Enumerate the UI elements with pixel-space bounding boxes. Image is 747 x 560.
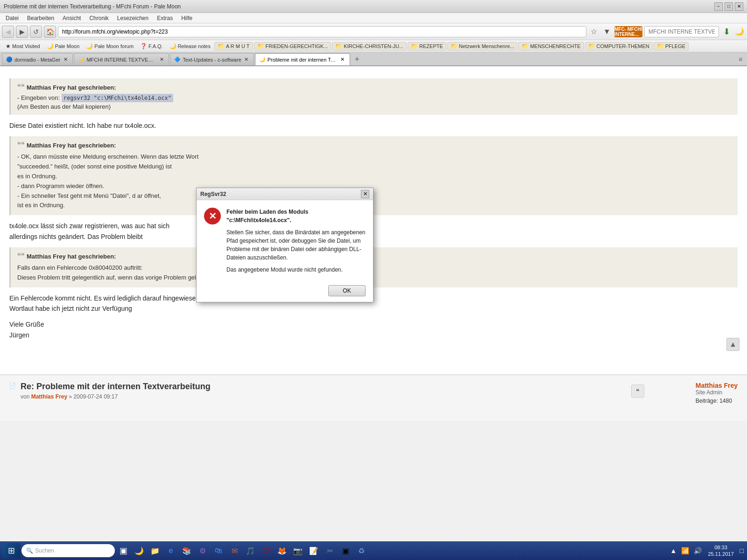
reload-button[interactable]: ↺ [30, 26, 42, 38]
taskbar-media-icon[interactable]: 🎵 [243, 543, 258, 558]
tab-probleme[interactable]: 🌙 Probleme mit der internen Textverb... … [255, 53, 350, 65]
bookmark-release-notes[interactable]: 🌙 Release notes [167, 42, 213, 50]
menu-bearbeiten[interactable]: Bearbeiten [23, 14, 58, 22]
bookmark-armut[interactable]: 📁 A R M U T [214, 42, 253, 50]
taskbar-notification-icon[interactable]: □ [739, 547, 745, 554]
window-controls: − □ ✕ [714, 2, 743, 11]
download-icon[interactable]: ⬇ [721, 26, 732, 37]
tab-domradio-close[interactable]: ✕ [62, 56, 69, 63]
tab-text-close[interactable]: ✕ [243, 56, 250, 63]
folder3-icon: 📁 [335, 43, 342, 49]
taskbar-clock[interactable]: 08:33 25.11.2017 [705, 544, 736, 558]
bookmark-palemoon[interactable]: 🌙 Pale Moon [44, 42, 83, 50]
maximize-button[interactable]: □ [725, 2, 733, 11]
folder7-icon: 📁 [588, 43, 595, 49]
titlebar: Probleme mit der internen Textverarbeitu… [0, 0, 747, 13]
post-meta: von Matthias Frey » 2009-07-24 09:17 [21, 393, 211, 400]
palemoon-menu-icon[interactable]: 🌙 [734, 26, 745, 37]
release-icon: 🌙 [169, 43, 176, 49]
faq-icon: ❓ [140, 43, 147, 49]
menubar: Datei Bearbeiten Ansicht Chronik Lesezei… [0, 13, 747, 23]
taskbar-mozilla-icon[interactable]: 🦊 [275, 543, 289, 558]
bookmark-star-icon[interactable]: ☆ [588, 26, 599, 37]
tab-text-updates[interactable]: 🔷 Text-Updates - c-software ✕ [170, 53, 254, 65]
bookmark-computer[interactable]: 📁 COMPUTER-THEMEN [585, 42, 653, 50]
dialog-title: RegSvr32 [200, 191, 226, 197]
taskbar-store-icon[interactable]: 🛍 [211, 543, 226, 558]
bookmark-palemoon-forum[interactable]: 🌙 Pale Moon forum [83, 42, 136, 50]
taskbar-recycle-icon[interactable]: ♻ [354, 543, 369, 558]
close-button[interactable]: ✕ [735, 2, 743, 11]
post-author-role: Site Admin [696, 389, 738, 396]
url-input[interactable] [58, 26, 586, 37]
taskbar-up-arrow[interactable]: ▲ [669, 547, 678, 554]
taskbar-volume-icon[interactable]: 🔊 [692, 547, 703, 554]
folder-icon: 📁 [218, 43, 225, 49]
dialog-error-icon: ✕ [204, 208, 221, 224]
search-input[interactable] [644, 26, 719, 37]
taskbar-notepad-icon[interactable]: 📝 [306, 543, 321, 558]
home-button[interactable]: 🏠 [44, 26, 56, 38]
menu-ansicht[interactable]: Ansicht [59, 14, 85, 22]
post-author-link[interactable]: Matthias Frey [31, 393, 67, 400]
dialog-extra-message: Das angegebene Modul wurde nicht gefunde… [226, 266, 366, 274]
taskbar-task-view[interactable]: ▣ [116, 543, 131, 558]
bookmark-menschenrechte[interactable]: 📁 MENSCHENRECHTE [518, 42, 584, 50]
dialog-text: Fehler beim Laden des Moduls "c:\MFchi\t… [226, 208, 366, 274]
taskbar-settings-icon[interactable]: ⚙ [195, 543, 210, 558]
menu-datei[interactable]: Datei [2, 14, 22, 22]
taskbar-camera-icon[interactable]: 📷 [290, 543, 305, 558]
dialog-close-button[interactable]: ✕ [361, 190, 369, 198]
menu-lesezeichen[interactable]: Lesezeichen [113, 14, 152, 22]
taskbar-terminal-icon[interactable]: ▣ [338, 543, 353, 558]
dialog-body: ✕ Fehler beim Laden des Moduls "c:\MFchi… [197, 200, 373, 281]
mfchi-badge: MFC- MFCHI INTERNE... [614, 26, 642, 37]
main-content: Matthias Frey hat geschrieben: - Eingebe… [0, 66, 747, 374]
bookmark-most-visited[interactable]: ★ Most Visited [3, 42, 43, 50]
bookmark-netzwerk[interactable]: 📁 Netzwerk Menschenre... [447, 42, 518, 50]
menu-extras[interactable]: Extras [153, 14, 176, 22]
post-author-info: Matthias Frey Site Admin Beiträge: 1480 [696, 382, 738, 404]
navbar: ◀ ▶ ↺ 🏠 ☆ ▼ MFC- MFCHI INTERNE... ⬇ 🌙 [0, 23, 747, 40]
bookmark-kirche[interactable]: 📁 KIRCHE-CHRISTEN-JU... [332, 42, 407, 50]
menu-hilfe[interactable]: Hilfe [177, 14, 196, 22]
bookmark-rezepte[interactable]: 📁 REZEPTE [408, 42, 446, 50]
menu-chronik[interactable]: Chronik [85, 14, 112, 22]
new-tab-button[interactable]: + [351, 53, 363, 65]
bottom-post-section: 📄 Re: Probleme mit der internen Textvera… [0, 374, 747, 421]
post-file-icon: 📄 [9, 383, 16, 389]
folder5-icon: 📁 [451, 43, 458, 49]
start-button[interactable]: ⊞ [2, 543, 21, 558]
moon2-icon: 🌙 [86, 43, 93, 49]
taskbar-ie-icon[interactable]: e [163, 543, 178, 558]
dialog-ok-button[interactable]: OK [328, 285, 366, 296]
taskbar-browser-icon[interactable]: 🌙 [132, 543, 147, 558]
bookmark-pflege[interactable]: 📁 PFLEGE [654, 42, 689, 50]
taskbar-red-icon[interactable]: 🛡 [259, 543, 274, 558]
tab-domradio[interactable]: 🔵 domradio - MetaGer ✕ [2, 53, 73, 65]
tab-mfchi-close[interactable]: ✕ [158, 56, 165, 63]
dialog-main-message: Fehler beim Laden des Moduls "c:\MFchi\t… [226, 208, 366, 224]
tab-list-button[interactable]: ≡ [736, 53, 745, 65]
forward-button[interactable]: ▶ [16, 26, 28, 38]
taskbar-explorer-icon[interactable]: 📁 [148, 543, 162, 558]
dialog-footer: OK [197, 281, 373, 302]
tab-probleme-close[interactable]: ✕ [339, 56, 346, 63]
taskbar-scissors-icon[interactable]: ✂ [322, 543, 337, 558]
bookmark-add-icon[interactable]: ▼ [601, 26, 613, 37]
taskbar-search[interactable]: 🔍 Suchen [21, 544, 115, 557]
taskbar-library-icon[interactable]: 📚 [179, 543, 194, 558]
taskbar-right: ▲ 📶 🔊 08:33 25.11.2017 □ [669, 544, 745, 558]
tab-mfchi[interactable]: 🌙 MFCHI INTERNE TEXTVERARBEITUNG... ✕ [74, 53, 169, 65]
back-button[interactable]: ◀ [2, 26, 14, 38]
taskbar-network-icon[interactable]: 📶 [680, 547, 691, 554]
bookmark-faq[interactable]: ❓ F.A.Q. [137, 42, 166, 50]
taskbar-mail-icon[interactable]: ✉ [227, 543, 242, 558]
window-title: Probleme mit der internen Textverarbeitu… [4, 3, 181, 10]
post-title: Re: Probleme mit der internen Textverarb… [21, 382, 211, 392]
minimize-button[interactable]: − [714, 2, 723, 11]
bookmark-frieden[interactable]: 📁 FRIEDEN-GERECHTIGK... [254, 42, 331, 50]
folder4-icon: 📁 [411, 43, 418, 49]
post-author-name[interactable]: Matthias Frey [696, 382, 738, 389]
quote-reply-icon[interactable]: ❝ [631, 385, 644, 398]
